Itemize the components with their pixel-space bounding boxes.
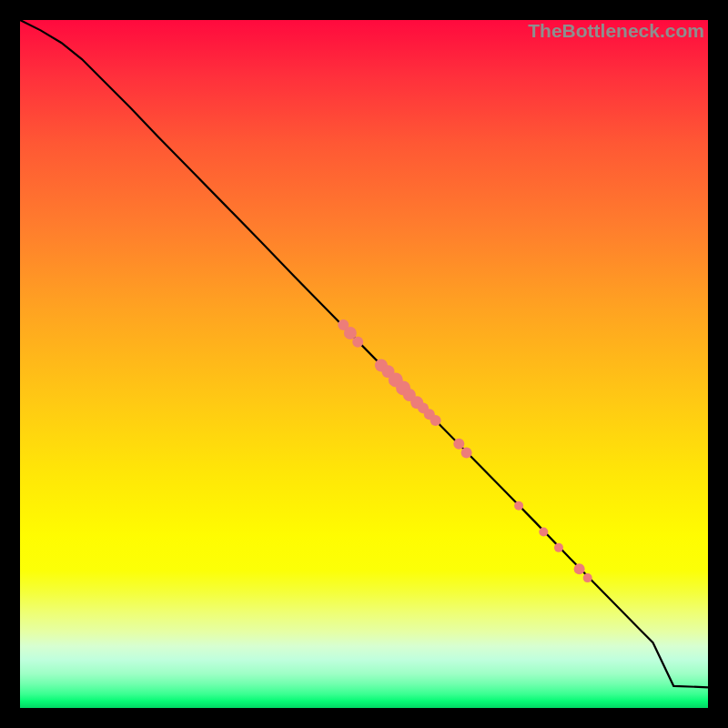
chart-point xyxy=(554,543,563,552)
chart-svg xyxy=(20,20,708,708)
chart-point xyxy=(344,327,357,339)
chart-point xyxy=(352,337,363,348)
chart-point xyxy=(453,439,464,450)
chart-point xyxy=(461,448,472,459)
chart-point xyxy=(539,527,548,536)
chart-point xyxy=(574,563,585,574)
chart-point xyxy=(514,501,523,511)
chart-curve xyxy=(20,20,708,687)
chart-area: TheBottleneck.com xyxy=(20,20,708,708)
watermark-text: TheBottleneck.com xyxy=(528,20,704,42)
chart-point xyxy=(583,573,592,582)
chart-point xyxy=(430,415,441,426)
